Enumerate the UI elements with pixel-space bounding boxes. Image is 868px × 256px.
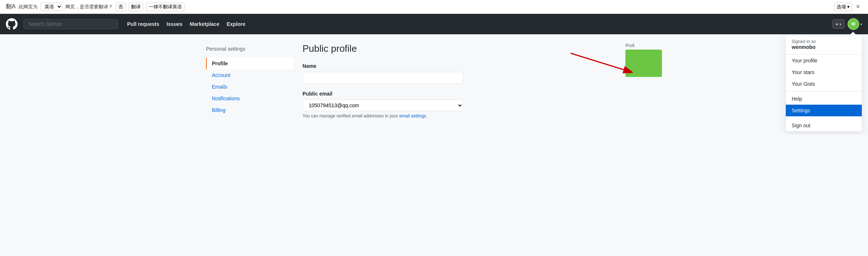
sidebar-item-billing[interactable]: Billing (206, 104, 294, 116)
email-help-suffix: . (426, 113, 427, 119)
user-dropdown-menu: Signed in as wenmobo Your profile Your s… (785, 34, 862, 132)
header-actions: + ▾ W ▾ (832, 18, 862, 30)
nav-issues[interactable]: Issues (167, 21, 183, 27)
email-form-group: Public email 1050794513@qq.com You can m… (302, 91, 662, 119)
main-layout: Personal settings Profile Account Emails… (200, 34, 668, 135)
main-nav: Pull requests Issues Marketplace Explore (127, 21, 245, 27)
no-translate-button[interactable]: 否 (116, 3, 126, 11)
sidebar-title: Personal settings (206, 43, 294, 55)
email-select[interactable]: 1050794513@qq.com (302, 100, 463, 111)
dropdown-sign-out[interactable]: Sign out (786, 120, 862, 131)
github-logo-icon (6, 18, 18, 30)
email-label: Public email (302, 91, 662, 97)
page-title: Public profile (302, 43, 662, 54)
never-translate-button[interactable]: 一律不翻译英语 (146, 3, 184, 11)
options-label: 选项 (837, 4, 846, 10)
content-inner: Profi Public profile Name (302, 43, 662, 119)
nav-marketplace[interactable]: Marketplace (190, 21, 220, 27)
profile-picture-box (625, 50, 662, 77)
dropdown-settings[interactable]: Settings (786, 105, 862, 116)
dropdown-your-gists[interactable]: Your Gists (786, 78, 862, 90)
sidebar-item-emails[interactable]: Emails (206, 81, 294, 93)
dropdown-divider-2 (786, 118, 862, 118)
profile-pic-label: Profi (625, 43, 662, 48)
dropdown-username: wenmobo (792, 44, 856, 50)
name-form-group: Name (302, 63, 662, 84)
language-select[interactable]: 英语 (41, 3, 62, 11)
signed-in-label: Signed in as (792, 39, 856, 44)
translation-bar: 翻A 此网页为 英语 网页，是否需要翻译？ 否 翻译 一律不翻译英语 选项 ▾ … (0, 0, 868, 14)
email-help-prefix: You can manage verified email addresses … (302, 113, 399, 119)
name-input[interactable] (302, 72, 463, 84)
nav-pull-requests[interactable]: Pull requests (127, 21, 159, 27)
plus-icon: + (835, 21, 838, 27)
close-translation-bar-button[interactable]: × (854, 2, 862, 11)
signed-in-section: Signed in as wenmobo (786, 35, 862, 55)
sidebar-item-profile[interactable]: Profile (206, 58, 294, 69)
translate-icon: 翻A (6, 3, 16, 11)
profile-picture-area: Profi (625, 43, 662, 77)
github-header: Pull requests Issues Marketplace Explore… (0, 14, 868, 34)
translate-button[interactable]: 翻译 (129, 3, 143, 11)
sidebar-item-account[interactable]: Account (206, 69, 294, 81)
dropdown-your-stars[interactable]: Your stars (786, 66, 862, 78)
search-input[interactable] (23, 19, 118, 29)
email-help-text: You can manage verified email addresses … (302, 113, 662, 119)
dropdown-divider-1 (786, 91, 862, 92)
options-button[interactable]: 选项 ▾ (834, 3, 852, 11)
sidebar-item-notifications[interactable]: Notifications (206, 93, 294, 104)
name-label: Name (302, 63, 662, 69)
main-content: Profi Public profile Name (302, 43, 662, 126)
translation-question: 网页，是否需要翻译？ (65, 4, 113, 10)
email-settings-link[interactable]: email settings (399, 113, 426, 119)
translation-prefix: 此网页为 (19, 4, 38, 10)
nav-explore[interactable]: Explore (226, 21, 245, 27)
dropdown-help[interactable]: Help (786, 93, 862, 105)
avatar: W (848, 18, 859, 30)
github-logo[interactable] (6, 18, 18, 30)
user-menu-button[interactable]: W ▾ (848, 18, 862, 30)
sidebar: Personal settings Profile Account Emails… (206, 43, 294, 126)
new-button[interactable]: + ▾ (832, 19, 845, 29)
new-chevron-icon: ▾ (840, 22, 841, 26)
avatar-chevron-icon: ▾ (860, 22, 862, 26)
options-chevron-icon: ▾ (847, 4, 850, 9)
dropdown-your-profile[interactable]: Your profile (786, 55, 862, 66)
